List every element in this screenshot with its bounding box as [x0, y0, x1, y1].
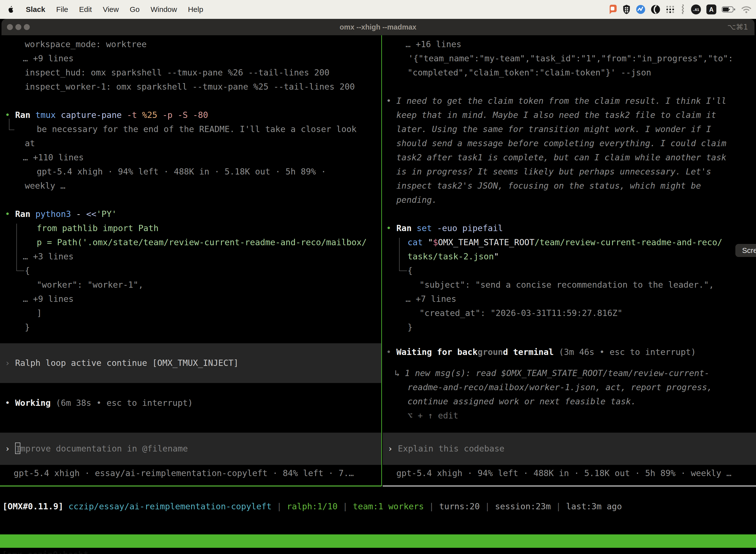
menu-item-help[interactable]: Help: [183, 5, 209, 13]
grid-dots-icon[interactable]: [666, 4, 675, 15]
menu-bar-left: Slack FileEditViewGoWindowHelp: [0, 5, 208, 14]
window-title-bar: omx --xhigh --madmax ⌥⌘1: [1, 19, 755, 35]
keyboard-layout-icon[interactable]: A: [706, 4, 716, 15]
pane-divider: [381, 35, 382, 486]
menu-bar-status-icons: ..61A: [608, 4, 756, 15]
menu-item-edit[interactable]: Edit: [74, 5, 98, 13]
menu-item-file[interactable]: File: [51, 5, 73, 13]
screen-overlay-tooltip: Scre: [736, 244, 756, 257]
window-shortcut-badge: ⌥⌘1: [727, 19, 748, 35]
chat-app-icon[interactable]: [608, 4, 617, 15]
apple-menu-icon[interactable]: [7, 5, 15, 14]
right-pane-bottom-border: [383, 486, 756, 487]
menu-bar: Slack FileEditViewGoWindowHelp ..61A: [0, 0, 756, 19]
squiggle-icon[interactable]: [680, 4, 686, 15]
menu-items: FileEditViewGoWindowHelp: [51, 5, 208, 14]
timer-badge-icon[interactable]: ..61: [691, 4, 701, 15]
battery-charging-icon[interactable]: [722, 4, 736, 15]
tooltip-label: Scre: [742, 246, 756, 255]
app-menu-slack[interactable]: Slack: [20, 5, 51, 14]
window-title: omx --xhigh --madmax: [1, 19, 755, 35]
menu-item-view[interactable]: View: [97, 5, 124, 13]
wifi-icon[interactable]: [741, 4, 752, 15]
menu-item-go[interactable]: Go: [124, 5, 145, 13]
terminal-line: [OMX#0.11.9] cczip/essay/ai-reimplementa…: [2, 499, 622, 513]
moon-icon[interactable]: [651, 4, 660, 15]
shield-grid-icon[interactable]: [623, 4, 630, 15]
tmux-session-label: [omx-cczip0:bash*: [2, 548, 88, 554]
status-strip[interactable]: [OMX#0.11.9] cczip/essay/ai-reimplementa…: [0, 0, 756, 554]
speed-monitor-icon[interactable]: [636, 4, 645, 15]
tmux-status-bar: [omx-cczip0:bash* "MacBook-Pro-44.local"…: [0, 535, 756, 548]
menu-item-window[interactable]: Window: [145, 5, 183, 13]
left-pane-bottom-border: [0, 486, 381, 487]
